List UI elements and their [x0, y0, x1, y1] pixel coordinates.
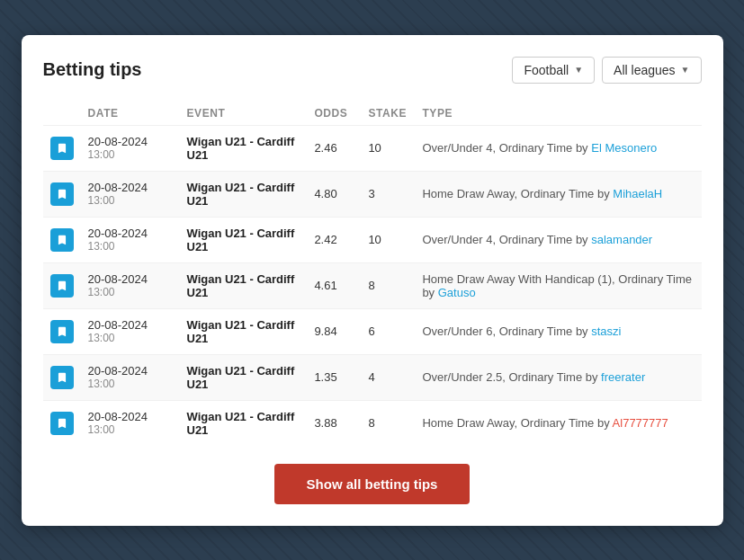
- tip-icon: [50, 137, 74, 160]
- type-text: Over/Under 4, Ordinary Time by: [422, 141, 591, 155]
- event-cell: Wigan U21 - Cardiff U21: [180, 125, 308, 171]
- card-header: Betting tips Football ▼ All leagues ▼: [43, 57, 702, 84]
- show-all-button[interactable]: Show all betting tips: [274, 464, 471, 504]
- time-value: 13:00: [88, 240, 173, 253]
- event-cell: Wigan U21 - Cardiff U21: [180, 308, 308, 354]
- table-row: 20-08-202413:00Wigan U21 - Cardiff U219.…: [43, 308, 702, 354]
- stake-cell: 6: [361, 308, 415, 354]
- betting-tips-card: Betting tips Football ▼ All leagues ▼ DA…: [22, 35, 723, 526]
- col-stake: STAKE: [361, 102, 415, 126]
- table-row: 20-08-202413:00Wigan U21 - Cardiff U211.…: [43, 354, 702, 400]
- type-cell: Over/Under 4, Ordinary Time by El Mesone…: [415, 125, 701, 171]
- odds-cell: 1.35: [307, 354, 361, 400]
- betting-tips-table: DATE EVENT ODDS STAKE TYPE 20-08-202413:…: [43, 102, 702, 446]
- date-cell: 20-08-202413:00: [81, 262, 180, 308]
- stake-cell: 8: [361, 262, 415, 308]
- leagues-label: All leagues: [614, 63, 676, 77]
- show-all-container: Show all betting tips: [43, 464, 702, 504]
- type-cell: Over/Under 4, Ordinary Time by salamande…: [415, 217, 701, 262]
- time-value: 13:00: [88, 378, 173, 390]
- user-link[interactable]: Al7777777: [613, 416, 668, 430]
- date-value: 20-08-2024: [88, 364, 173, 378]
- event-cell: Wigan U21 - Cardiff U21: [180, 171, 308, 217]
- tip-icon-cell: [43, 354, 81, 400]
- table-body: 20-08-202413:00Wigan U21 - Cardiff U212.…: [43, 125, 702, 446]
- date-cell: 20-08-202413:00: [81, 217, 180, 262]
- filters-container: Football ▼ All leagues ▼: [512, 57, 701, 84]
- time-value: 13:00: [88, 423, 173, 436]
- date-value: 20-08-2024: [88, 135, 173, 148]
- user-link[interactable]: staszi: [591, 324, 621, 338]
- tip-icon: [50, 412, 74, 435]
- time-value: 13:00: [88, 332, 173, 344]
- type-text: Over/Under 2.5, Ordinary Time by: [422, 370, 601, 384]
- bookmark-icon: [56, 325, 68, 338]
- type-text: Home Draw Away, Ordinary Time by: [422, 416, 612, 430]
- time-value: 13:00: [88, 194, 173, 207]
- chevron-down-icon: ▼: [681, 65, 690, 75]
- odds-cell: 4.80: [307, 171, 361, 217]
- table-row: 20-08-202413:00Wigan U21 - Cardiff U214.…: [43, 262, 702, 308]
- stake-cell: 3: [361, 171, 415, 217]
- event-cell: Wigan U21 - Cardiff U21: [180, 262, 308, 308]
- odds-cell: 2.42: [307, 217, 361, 262]
- bookmark-icon: [56, 371, 68, 384]
- tip-icon-cell: [43, 171, 81, 217]
- tip-icon: [50, 320, 74, 343]
- date-value: 20-08-2024: [88, 181, 173, 194]
- bookmark-icon: [56, 188, 68, 200]
- leagues-filter[interactable]: All leagues ▼: [602, 57, 701, 84]
- stake-cell: 10: [361, 217, 415, 262]
- date-value: 20-08-2024: [88, 227, 173, 240]
- date-cell: 20-08-202413:00: [81, 308, 180, 354]
- user-link[interactable]: freerater: [601, 370, 645, 384]
- bookmark-icon: [56, 142, 68, 155]
- table-row: 20-08-202413:00Wigan U21 - Cardiff U212.…: [43, 125, 702, 171]
- type-text: Over/Under 6, Ordinary Time by: [422, 324, 591, 338]
- bookmark-icon: [56, 280, 68, 292]
- type-text: Over/Under 4, Ordinary Time by: [422, 233, 591, 246]
- bookmark-icon: [56, 234, 68, 246]
- user-link[interactable]: MihaelaH: [613, 187, 662, 200]
- stake-cell: 8: [361, 400, 415, 446]
- tip-icon-cell: [43, 125, 81, 171]
- type-cell: Over/Under 2.5, Ordinary Time by freerat…: [415, 354, 701, 400]
- odds-cell: 4.61: [307, 262, 361, 308]
- table-row: 20-08-202413:00Wigan U21 - Cardiff U212.…: [43, 217, 702, 262]
- type-cell: Home Draw Away With Handicap (1), Ordina…: [415, 262, 701, 308]
- football-label: Football: [524, 63, 569, 77]
- tip-icon-cell: [43, 308, 81, 354]
- type-cell: Over/Under 6, Ordinary Time by staszi: [415, 308, 701, 354]
- table-row: 20-08-202413:00Wigan U21 - Cardiff U213.…: [43, 400, 702, 446]
- date-value: 20-08-2024: [88, 272, 173, 286]
- user-link[interactable]: El Mesonero: [591, 141, 657, 155]
- date-value: 20-08-2024: [88, 410, 173, 423]
- col-date: DATE: [81, 102, 180, 126]
- odds-cell: 9.84: [307, 308, 361, 354]
- date-cell: 20-08-202413:00: [81, 354, 180, 400]
- col-odds: ODDS: [307, 102, 361, 126]
- table-row: 20-08-202413:00Wigan U21 - Cardiff U214.…: [43, 171, 702, 217]
- col-event: EVENT: [180, 102, 308, 126]
- time-value: 13:00: [88, 286, 173, 298]
- tip-icon: [50, 182, 74, 206]
- football-filter[interactable]: Football ▼: [512, 57, 595, 84]
- stake-cell: 10: [361, 125, 415, 171]
- date-cell: 20-08-202413:00: [81, 400, 180, 446]
- event-cell: Wigan U21 - Cardiff U21: [180, 217, 308, 262]
- event-cell: Wigan U21 - Cardiff U21: [180, 400, 308, 446]
- odds-cell: 2.46: [307, 125, 361, 171]
- tip-icon-cell: [43, 400, 81, 446]
- date-value: 20-08-2024: [88, 318, 173, 332]
- user-link[interactable]: salamander: [591, 233, 652, 246]
- table-header: DATE EVENT ODDS STAKE TYPE: [43, 102, 702, 126]
- page-title: Betting tips: [43, 59, 142, 80]
- col-icon: [43, 102, 81, 126]
- type-text: Home Draw Away, Ordinary Time by: [422, 187, 613, 200]
- tip-icon: [50, 366, 74, 389]
- tip-icon: [50, 228, 74, 252]
- user-link[interactable]: Gatuso: [438, 286, 476, 299]
- type-cell: Home Draw Away, Ordinary Time by Al77777…: [415, 400, 701, 446]
- date-cell: 20-08-202413:00: [81, 171, 180, 217]
- tip-icon-cell: [43, 217, 81, 262]
